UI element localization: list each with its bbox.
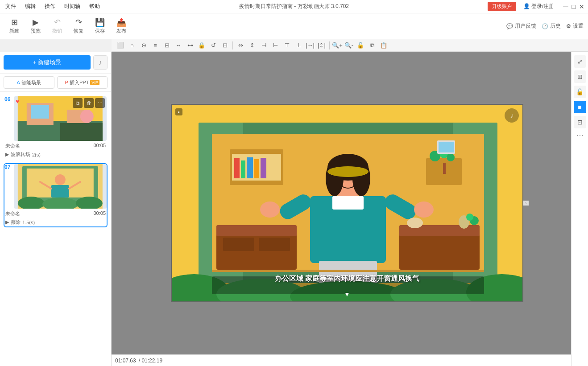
right-fullscreen-btn[interactable]: ⤢ (574, 55, 586, 68)
scene-item-07[interactable]: 07 (4, 163, 108, 227)
vdist-tool[interactable]: |⇕| (316, 40, 327, 51)
select-tool[interactable]: ⬜ (115, 40, 126, 51)
svg-point-43 (352, 178, 356, 181)
right-align-tool[interactable]: ⊢ (270, 40, 281, 51)
scene-transition-06[interactable]: ▶ 波浪转场 2(s) (4, 150, 107, 159)
lock-tool[interactable]: 🔒 (196, 40, 207, 51)
paste-tool[interactable]: 📋 (378, 40, 389, 51)
login-button[interactable]: 👤 登录/注册 (523, 3, 555, 10)
app-title: 疫情时期日常防护指南 - 万彩动画大师 3.0.702 (239, 3, 349, 10)
align-tool[interactable]: ≡ (150, 40, 161, 51)
zoom-out-tool[interactable]: 🔍- (344, 40, 354, 51)
minus-circle-tool[interactable]: ⊖ (138, 40, 149, 51)
undo-icon: ↶ (54, 18, 61, 26)
rotate-tool[interactable]: ↺ (208, 40, 219, 51)
svg-rect-29 (254, 159, 259, 178)
svg-rect-37 (439, 142, 454, 152)
collapse-handle[interactable]: › (523, 201, 529, 206)
flip-tool[interactable]: ⊷ (185, 40, 195, 51)
crop-tool[interactable]: ⊡ (219, 40, 230, 51)
scene-transition-07[interactable]: ▶ 擦除 1.5(s) (4, 218, 107, 226)
minimize-button[interactable]: ─ (563, 3, 568, 11)
scene-duration-07: 00:05 (93, 210, 106, 217)
svg-point-34 (447, 153, 455, 161)
hdist-tool[interactable]: |↔| (305, 40, 315, 51)
right-crop-btn[interactable]: ⊡ (574, 116, 586, 128)
svg-rect-56 (399, 234, 480, 270)
menu-timeline[interactable]: 时间轴 (62, 2, 82, 11)
scene-name-06: 未命名 (5, 143, 20, 149)
zoom-in-tool[interactable]: 🔍+ (332, 40, 343, 51)
left-align-tool[interactable]: ⊣ (258, 40, 269, 51)
copy-tool[interactable]: ⧉ (367, 40, 377, 51)
menu-bar[interactable]: 文件 编辑 操作 时间轴 帮助 (4, 2, 102, 11)
right-panel: ⤢ ⊞ 🔓 ■ ⊡ ⋯ (571, 52, 588, 366)
canvas-wrapper: 办公区域 家庭等室内环境应注意开窗通风换气 ▪ ▼ ♪ › (112, 52, 588, 354)
icon-toolbar: ⬜ ⌂ ⊖ ≡ ⊞ ↔ ⊷ 🔒 ↺ ⊡ ⇔ ⇕ ⊣ ⊢ ⊤ ⊥ |↔| |⇕| … (112, 39, 588, 52)
feedback-button[interactable]: 💬 用户反馈 (506, 22, 536, 30)
publish-button[interactable]: 📤 发布 (112, 16, 131, 37)
canvas-frame[interactable]: 办公区域 家庭等室内环境应注意开窗通风换气 ▪ ▼ ♪ (171, 104, 523, 302)
undo-button[interactable]: ↶ 撤销 (47, 16, 67, 37)
maximize-button[interactable]: □ (572, 3, 576, 10)
scene-copy-btn-06[interactable]: ⧉ (73, 98, 83, 108)
svg-rect-54 (223, 238, 254, 251)
scene-item-06[interactable]: 06 (4, 95, 108, 160)
scene-06-overlay: ⧉ 🗑 ⋯ (73, 98, 105, 108)
redo-button[interactable]: ↷ 恢复 (69, 16, 88, 37)
smart-icon: A (17, 80, 20, 85)
scene-info-07: 未命名 00:05 (4, 209, 107, 218)
scene-list: 06 (0, 92, 111, 366)
bottom-align-tool[interactable]: ⊥ (293, 40, 304, 51)
canvas-area: 办公区域 家庭等室内环境应注意开窗通风换气 ▪ ▼ ♪ › ⤢ ⊞ 🔓 ■ ⊡ (112, 52, 588, 366)
scene-more-btn-06[interactable]: ⋯ (95, 98, 105, 108)
lock2-tool[interactable]: 🔓 (355, 40, 366, 51)
scene-tools: A 智能场景 P 插入PPT VIP (0, 74, 111, 92)
v-align-tool[interactable]: ⇕ (247, 40, 257, 51)
right-more-btn[interactable]: ⋯ (576, 131, 584, 140)
menu-edit[interactable]: 编辑 (23, 2, 37, 11)
home-tool[interactable]: ⌂ (127, 40, 137, 51)
svg-point-10 (55, 174, 66, 185)
smart-scene-button[interactable]: A 智能场景 (4, 76, 54, 89)
main-toolbar: ⊞ 新建 ▶ 预览 ↶ 撤销 ↷ 恢复 💾 保存 📤 发布 💬 用户反馈 🕐 历… (0, 13, 588, 39)
scene-favorite-06[interactable]: ♥ (16, 98, 19, 105)
toolbar-right: 💬 用户反馈 🕐 历史 ⚙ 设置 (506, 22, 584, 30)
time-bar: 01:07.63 / 01:22.19 (112, 354, 588, 366)
scroll-down-icon[interactable]: ▼ (344, 291, 350, 298)
save-button[interactable]: 💾 保存 (90, 16, 110, 37)
scene-delete-btn-06[interactable]: 🗑 (84, 98, 94, 108)
upgrade-button[interactable]: 升级账户 (488, 2, 516, 11)
menu-operate[interactable]: 操作 (43, 2, 57, 11)
settings-button[interactable]: ⚙ 设置 (566, 22, 584, 30)
music-button[interactable]: ♪ (93, 55, 108, 70)
history-button[interactable]: 🕐 历史 (542, 22, 561, 30)
subtitle-text: 办公区域 家庭等室内环境应注意开窗通风换气 (172, 274, 522, 284)
preview-button[interactable]: ▶ 预览 (26, 16, 46, 37)
resize-tool[interactable]: ↔ (173, 40, 184, 51)
scene-actions: + 新建场景 ♪ (0, 52, 111, 74)
menu-file[interactable]: 文件 (4, 2, 18, 11)
svg-point-48 (260, 202, 280, 218)
top-align-tool[interactable]: ⊤ (282, 40, 292, 51)
distribute-tool[interactable]: ⊞ (161, 40, 172, 51)
svg-point-58 (407, 218, 423, 228)
svg-rect-35 (443, 163, 446, 174)
new-scene-button[interactable]: + 新建场景 (4, 55, 91, 70)
scene-number-06: 06 (4, 96, 10, 103)
h-align-tool[interactable]: ⇔ (235, 40, 246, 51)
new-button[interactable]: ⊞ 新建 (4, 16, 24, 37)
close-button[interactable]: ✕ (579, 3, 584, 10)
canvas-indicator: ▪ (175, 108, 182, 115)
insert-ppt-button[interactable]: P 插入PPT VIP (57, 76, 108, 89)
svg-rect-46 (332, 196, 364, 210)
user-icon: 👤 (523, 3, 530, 9)
save-icon: 💾 (95, 18, 105, 26)
right-lock-btn[interactable]: 🔓 (574, 86, 586, 98)
scene-07-svg (14, 164, 107, 209)
right-layers-btn[interactable]: ⊞ (574, 70, 586, 83)
right-view-btn[interactable]: ■ (574, 101, 586, 113)
scene-panel: + 新建场景 ♪ A 智能场景 P 插入PPT VIP 06 (0, 52, 112, 366)
menu-help[interactable]: 帮助 (87, 2, 102, 11)
svg-rect-26 (234, 158, 240, 178)
